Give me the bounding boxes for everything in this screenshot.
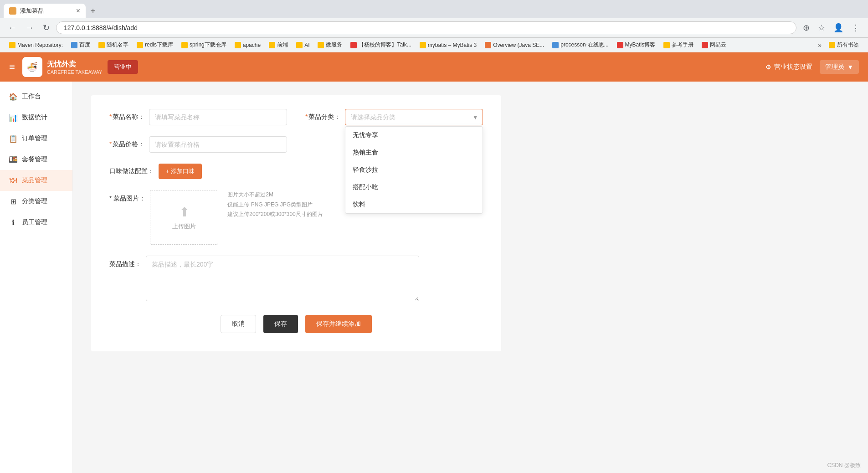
bookmarks-bar: Maven Repository: 百度 随机名字 redis下载库 sprin… (0, 38, 868, 52)
address-bar[interactable] (56, 21, 796, 34)
upload-tips: 图片大小不超过2M 仅能上传 PNG JPEG JPG类型图片 建议上传200*… (227, 190, 323, 220)
save-button[interactable]: 保存 (263, 315, 298, 333)
menu-btn[interactable]: ⋮ (849, 21, 863, 35)
tab-favicon (9, 7, 16, 15)
bookmark-redis[interactable]: redis下载库 (133, 40, 177, 50)
forward-btn[interactable]: → (23, 21, 36, 35)
form-card: 菜品名称： 菜品分类： 请选择菜品分类 无忧专享 热销主食 轻食沙拉 (91, 95, 501, 351)
form-row-description: 菜品描述： (109, 256, 483, 301)
bookmark-label: 微服务 (326, 41, 342, 49)
dish-category-label: 菜品分类： (305, 113, 340, 121)
star-btn[interactable]: ☆ (815, 21, 828, 35)
tab-close-btn[interactable]: × (76, 7, 80, 15)
bookmark-label: Maven Repository: (17, 42, 63, 48)
bookmark-maven[interactable]: Maven Repository: (5, 41, 67, 50)
footer-text: CSDN @极致 (827, 462, 861, 468)
dish-category-select[interactable]: 请选择菜品分类 无忧专享 热销主食 轻食沙拉 搭配小吃 饮料 (345, 109, 483, 125)
bookmark-label: AI (304, 42, 309, 48)
bookmark-icon (71, 42, 77, 48)
user-label: 管理员 (825, 63, 844, 71)
sidebar-item-combos[interactable]: 🍱 套餐管理 (0, 149, 72, 170)
bookmark-ai[interactable]: AI (293, 41, 313, 50)
new-tab-btn[interactable]: + (86, 4, 100, 18)
bookmark-processon[interactable]: processon-在线思... (549, 40, 612, 50)
save-continue-button[interactable]: 保存并继续添加 (305, 315, 372, 333)
upload-tip1: 图片大小不超过2M (227, 190, 323, 200)
sidebar-item-workbench[interactable]: 🏠 工作台 (0, 86, 72, 107)
upload-tip3: 建议上传200*200或300*300尺寸的图片 (227, 210, 323, 220)
bookmark-allbooks[interactable]: 所有书签 (825, 40, 863, 50)
sidebar-label: 菜品管理 (22, 176, 47, 185)
cancel-button[interactable]: 取消 (221, 315, 256, 333)
bookmark-icon (98, 42, 105, 48)
bookmark-java[interactable]: Overview (Java SE... (481, 41, 548, 50)
sidebar-label: 分类管理 (22, 197, 47, 206)
bookmark-blog[interactable]: 【杨校的博客】Talk... (347, 40, 415, 50)
logo-sub: CAREFREE TAKEAWAY (47, 69, 102, 75)
category-dropdown: 无忧专享 热销主食 轻食沙拉 搭配小吃 饮料 (345, 126, 483, 214)
bookmark-label: MyBatis博客 (625, 41, 656, 49)
dropdown-option-5[interactable]: 饮料 (345, 196, 483, 213)
bookmarks-more-btn[interactable]: » (815, 40, 824, 50)
bookmark-label: apache (243, 42, 261, 48)
header-right: ⚙ 营业状态设置 管理员 ▼ (765, 60, 859, 74)
bookmark-icon (137, 42, 143, 48)
dropdown-option-3[interactable]: 轻食沙拉 (345, 161, 483, 179)
bookmark-label: 所有书签 (837, 41, 859, 49)
stats-icon: 📊 (9, 113, 17, 122)
sidebar-item-stats[interactable]: 📊 数据统计 (0, 107, 72, 128)
dish-name-input[interactable] (149, 109, 287, 125)
bookmark-icon (350, 42, 357, 48)
bookmark-icon (663, 42, 670, 48)
bookmark-micro[interactable]: 微服务 (314, 40, 346, 50)
dish-image-label: * 菜品图片： (109, 190, 145, 203)
page-footer: CSDN @极致 (827, 462, 861, 469)
bookmark-icon (296, 42, 303, 48)
bookmark-baidu[interactable]: 百度 (67, 40, 94, 50)
image-upload-area[interactable]: ⬆ 上传图片 (150, 190, 218, 245)
bookmark-apache[interactable]: apache (231, 41, 264, 50)
sidebar-item-staff[interactable]: ℹ 员工管理 (0, 212, 72, 233)
dish-price-input[interactable] (149, 136, 287, 153)
bookmark-icon (235, 42, 241, 48)
bookmark-icon (181, 42, 188, 48)
bookmark-wycloud[interactable]: 网易云 (698, 40, 730, 50)
hamburger-menu-btn[interactable]: ≡ (9, 61, 15, 73)
dropdown-option-4[interactable]: 搭配小吃 (345, 179, 483, 196)
app-header: ≡ 🍜 无忧外卖 CAREFREE TAKEAWAY 营业中 ⚙ 营业状态设置 … (0, 52, 868, 82)
status-button[interactable]: 营业中 (108, 60, 138, 74)
sidebar-label: 套餐管理 (22, 155, 47, 164)
bookmark-icon (9, 42, 15, 48)
reload-btn[interactable]: ↻ (40, 21, 52, 35)
sidebar-item-dishes[interactable]: 🍽 菜品管理 (0, 170, 72, 191)
add-flavor-btn[interactable]: + 添加口味 (159, 164, 202, 179)
sidebar: 🏠 工作台 📊 数据统计 📋 订单管理 🍱 套餐管理 🍽 菜品管理 (0, 82, 73, 473)
profile-btn[interactable]: 👤 (831, 21, 846, 35)
bookmark-frontend[interactable]: 前端 (265, 40, 292, 50)
bookmark-ref[interactable]: 参考手册 (660, 40, 697, 50)
bookmark-icon (552, 42, 559, 48)
user-menu[interactable]: 管理员 ▼ (820, 60, 859, 74)
extension-btn[interactable]: ⊕ (800, 21, 812, 35)
dish-name-label: 菜品名称： (109, 113, 144, 121)
dish-description-input[interactable] (146, 256, 419, 301)
back-btn[interactable]: ← (5, 21, 19, 35)
dropdown-option-2[interactable]: 热销主食 (345, 144, 483, 161)
sidebar-item-orders[interactable]: 📋 订单管理 (0, 128, 72, 149)
staff-icon: ℹ (9, 218, 17, 226)
bookmark-mybatis[interactable]: mybatis – MyBatis 3 (416, 41, 480, 50)
bookmark-icon (420, 42, 426, 48)
dropdown-option-1[interactable]: 无忧专享 (345, 127, 483, 144)
sidebar-label: 员工管理 (22, 218, 47, 226)
bookmark-random[interactable]: 随机名字 (95, 40, 132, 50)
bookmark-label: processon-在线思... (560, 41, 608, 49)
active-tab[interactable]: 添加菜品 × (4, 4, 86, 18)
bookmark-spring[interactable]: spring下载仓库 (178, 40, 230, 50)
bookmark-icon (617, 42, 623, 48)
dish-flavor-label: 口味做法配置： (109, 167, 154, 175)
sidebar-item-categories[interactable]: ⊞ 分类管理 (0, 191, 72, 212)
header-settings-btn[interactable]: ⚙ 营业状态设置 (765, 63, 812, 71)
combos-icon: 🍱 (9, 155, 17, 164)
bookmark-icon (485, 42, 491, 48)
bookmark-mybatis2[interactable]: MyBatis博客 (613, 40, 659, 50)
